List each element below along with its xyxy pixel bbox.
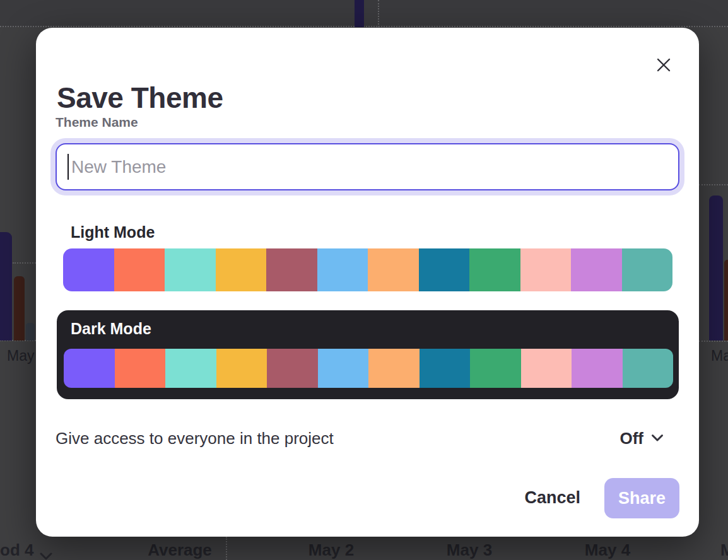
palette-swatch bbox=[317, 248, 368, 291]
share-button[interactable]: Share bbox=[604, 478, 679, 518]
palette-swatch bbox=[521, 349, 572, 388]
palette-swatch bbox=[368, 248, 419, 291]
access-toggle-dropdown[interactable]: Off bbox=[619, 429, 664, 448]
palette-swatch bbox=[216, 248, 267, 291]
close-icon bbox=[655, 66, 672, 75]
backdrop-bar bbox=[724, 260, 728, 341]
palette-swatch bbox=[420, 349, 471, 388]
palette-swatch bbox=[572, 349, 623, 388]
palette-swatch bbox=[470, 349, 521, 388]
palette-swatch bbox=[165, 248, 216, 291]
text-caret bbox=[68, 154, 69, 180]
dark-mode-label: Dark Mode bbox=[71, 320, 151, 338]
backdrop-axis-label: May 4 bbox=[585, 540, 630, 560]
backdrop-bar bbox=[26, 323, 35, 341]
backdrop-bar bbox=[0, 232, 12, 341]
backdrop-series-label: May bbox=[7, 347, 34, 365]
backdrop-gridline bbox=[378, 0, 379, 27]
backdrop-marker-line bbox=[698, 184, 728, 185]
palette-swatch bbox=[318, 349, 369, 388]
palette-swatch bbox=[368, 349, 420, 388]
chevron-down-icon bbox=[39, 545, 53, 560]
access-toggle-value: Off bbox=[619, 429, 643, 448]
access-label: Give access to everyone in the project bbox=[56, 429, 334, 448]
light-mode-palette bbox=[63, 248, 672, 291]
palette-swatch bbox=[571, 248, 622, 291]
chevron-down-icon bbox=[651, 434, 664, 444]
palette-swatch bbox=[266, 248, 317, 291]
backdrop-axis-label: Average bbox=[148, 540, 212, 560]
dark-mode-palette bbox=[64, 349, 673, 388]
close-button[interactable] bbox=[654, 55, 674, 76]
theme-name-input[interactable] bbox=[56, 143, 679, 190]
palette-swatch bbox=[115, 349, 166, 388]
backdrop-axis-labels: od 4 M AverageMay 2May 3May 4 bbox=[0, 540, 728, 560]
backdrop-axis-label-clipped: M bbox=[720, 540, 728, 560]
palette-swatch bbox=[114, 248, 165, 291]
save-theme-dialog: Save Theme Theme Name Light Mode Dark Mo… bbox=[36, 28, 699, 537]
backdrop-bar bbox=[14, 276, 25, 341]
palette-swatch bbox=[419, 248, 470, 291]
backdrop-top-strip bbox=[0, 0, 728, 27]
cancel-button[interactable]: Cancel bbox=[524, 488, 580, 508]
palette-swatch bbox=[64, 349, 115, 388]
palette-swatch bbox=[623, 349, 674, 388]
palette-swatch bbox=[267, 349, 318, 388]
theme-name-field-wrapper bbox=[50, 138, 684, 195]
palette-swatch bbox=[216, 349, 267, 388]
dark-mode-card: Dark Mode bbox=[57, 310, 679, 399]
backdrop-baseline bbox=[698, 341, 728, 342]
palette-swatch bbox=[165, 349, 216, 388]
backdrop-axis-label: May 2 bbox=[308, 540, 354, 560]
backdrop-bar bbox=[355, 0, 364, 27]
backdrop-marker-line bbox=[13, 262, 36, 264]
backdrop-bar bbox=[709, 195, 723, 341]
theme-name-label: Theme Name bbox=[56, 115, 138, 130]
dialog-title: Save Theme bbox=[57, 81, 223, 115]
backdrop-period-selector: od 4 bbox=[0, 540, 33, 560]
palette-swatch bbox=[520, 248, 572, 291]
light-mode-label: Light Mode bbox=[71, 223, 155, 242]
palette-swatch bbox=[469, 248, 520, 291]
backdrop-axis-label: May 3 bbox=[447, 540, 492, 560]
backdrop-series-label: Ma bbox=[711, 347, 728, 365]
palette-swatch bbox=[63, 248, 114, 291]
palette-swatch bbox=[622, 248, 673, 291]
